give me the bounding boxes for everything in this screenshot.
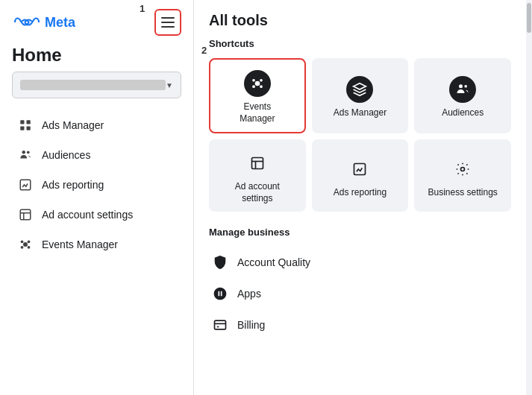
svg-point-11 [21, 240, 24, 243]
sidebar-item-audiences[interactable]: Audiences [6, 140, 187, 170]
shortcut-business-settings[interactable]: Business settings [414, 139, 511, 212]
svg-rect-3 [27, 127, 31, 130]
svg-point-13 [21, 246, 24, 249]
sidebar-header: Meta 1 [0, 0, 193, 42]
manage-business-label: Manage business [209, 227, 511, 238]
ads-manager-icon [18, 118, 33, 133]
shortcut-ads-reporting[interactable]: Ads reporting [312, 139, 409, 212]
shield-icon [212, 254, 228, 271]
badge-2: 2 [201, 45, 207, 56]
sidebar-item-label-events-manager: Events Manager [42, 238, 118, 250]
main-content: All tools Shortcuts 2 EventsManager Ads … [194, 0, 526, 395]
manage-item-label-apps: Apps [237, 288, 261, 300]
shortcut-label-business-settings: Business settings [428, 187, 497, 199]
page-title: Home [0, 42, 193, 72]
audiences-nav-icon [18, 148, 33, 162]
audiences-shortcut-icon [449, 76, 476, 103]
svg-rect-25 [354, 163, 366, 174]
manage-item-billing[interactable]: Billing [209, 309, 511, 341]
hamburger-bar-3 [161, 26, 175, 28]
manage-item-label-billing: Billing [237, 319, 265, 331]
svg-point-4 [22, 151, 26, 154]
shortcuts-section-label: Shortcuts [209, 38, 511, 49]
sidebar-item-label-ads-manager: Ads Manager [42, 119, 104, 131]
svg-rect-6 [20, 180, 31, 190]
shortcut-audiences[interactable]: Audiences [414, 58, 511, 133]
svg-point-14 [28, 246, 31, 249]
svg-point-20 [459, 84, 463, 88]
shortcut-label-audiences: Audiences [442, 107, 484, 119]
svg-rect-0 [20, 120, 24, 124]
business-settings-shortcut-icon [449, 156, 476, 183]
shortcut-label-ads-manager: Ads Manager [334, 107, 387, 119]
scrollbar-track[interactable] [526, 0, 532, 395]
main-title: All tools [209, 12, 511, 29]
svg-point-17 [260, 79, 263, 82]
sidebar-item-label-ads-reporting: Ads reporting [42, 179, 104, 191]
shortcut-label-ad-account-settings: Ad accountsettings [235, 181, 280, 204]
account-dropdown[interactable]: ▼ [12, 72, 181, 98]
shortcut-ad-account-settings[interactable]: Ad accountsettings [209, 139, 306, 212]
sidebar-item-ad-account-settings[interactable]: Ad account settings [6, 200, 187, 230]
scrollbar-thumb[interactable] [527, 3, 531, 33]
events-nav-icon [18, 237, 33, 252]
shortcuts-section: 2 EventsManager Ads Manager [209, 58, 511, 212]
account-settings-nav-icon [18, 207, 33, 222]
svg-point-5 [27, 151, 30, 154]
hamburger-button[interactable] [154, 9, 181, 36]
reporting-nav-icon [18, 177, 33, 192]
badge-1: 1 [140, 3, 145, 14]
apps-icon [212, 285, 228, 302]
meta-logo: Meta [12, 15, 75, 31]
shortcut-events-manager[interactable]: EventsManager [209, 58, 306, 133]
account-name-placeholder [20, 80, 166, 90]
svg-point-16 [252, 79, 255, 82]
hamburger-container: 1 [154, 9, 181, 36]
svg-rect-1 [20, 127, 24, 130]
svg-point-15 [254, 81, 260, 86]
svg-point-10 [23, 242, 28, 247]
manage-item-apps[interactable]: Apps [209, 278, 511, 309]
meta-logo-text: Meta [45, 15, 75, 31]
billing-icon [212, 317, 228, 333]
events-manager-shortcut-icon [244, 70, 271, 97]
svg-rect-7 [20, 209, 31, 220]
sidebar-item-ads-reporting[interactable]: Ads reporting [6, 170, 187, 200]
ads-reporting-shortcut-icon [346, 156, 373, 183]
svg-rect-27 [215, 321, 226, 330]
svg-point-12 [28, 240, 31, 243]
svg-point-19 [260, 85, 263, 88]
shortcuts-grid: EventsManager Ads Manager Audiences [209, 58, 511, 212]
sidebar-item-ads-manager[interactable]: Ads Manager [6, 110, 187, 140]
sidebar-item-label-ad-account-settings: Ad account settings [42, 209, 133, 221]
sidebar-nav: Ads Manager Audiences Ads reporting Ad a… [0, 107, 193, 262]
manage-item-label-account-quality: Account Quality [237, 256, 310, 268]
svg-rect-2 [27, 120, 31, 124]
svg-rect-22 [251, 158, 263, 169]
svg-point-26 [461, 167, 465, 171]
shortcut-label-events-manager: EventsManager [240, 101, 275, 124]
dropdown-arrow-icon: ▼ [166, 81, 173, 89]
ads-manager-shortcut-icon [346, 76, 373, 103]
meta-logo-icon [12, 15, 42, 30]
svg-point-18 [252, 85, 255, 88]
manage-business-section: Manage business Account Quality Apps Bil… [209, 227, 511, 341]
sidebar: Meta 1 Home ▼ Ads Manager Audiences [0, 0, 194, 395]
sidebar-item-events-manager[interactable]: Events Manager [6, 230, 187, 259]
shortcut-label-ads-reporting: Ads reporting [334, 187, 387, 199]
svg-point-21 [464, 85, 467, 88]
sidebar-item-label-audiences: Audiences [42, 149, 90, 161]
manage-item-account-quality[interactable]: Account Quality [209, 247, 511, 278]
hamburger-bar-2 [161, 22, 175, 23]
shortcut-ads-manager[interactable]: Ads Manager [312, 58, 409, 133]
ad-account-settings-shortcut-icon [244, 150, 271, 177]
hamburger-bar-1 [161, 17, 175, 19]
